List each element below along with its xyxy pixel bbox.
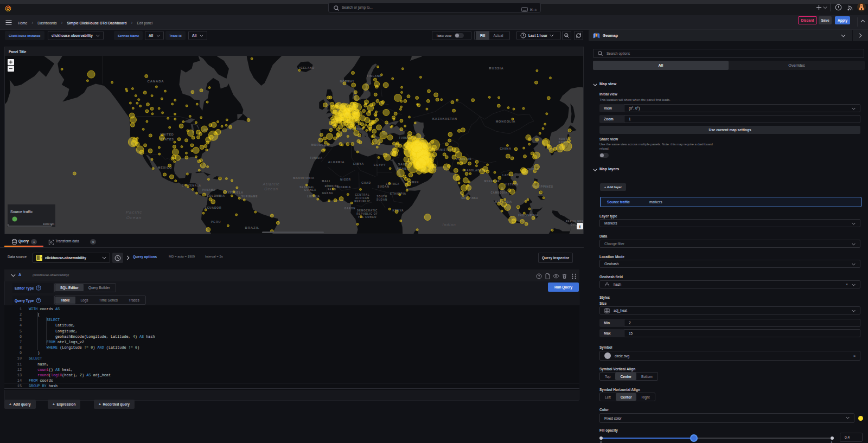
- svg-text:NORWAY: NORWAY: [340, 80, 355, 83]
- svg-text:Atlantic: Atlantic: [263, 182, 280, 186]
- svg-text:AFRICAN: AFRICAN: [355, 197, 369, 200]
- svg-text:Pacific: Pacific: [126, 210, 143, 215]
- svg-text:SOUTH: SOUTH: [376, 195, 387, 198]
- svg-text:ECUADOR: ECUADOR: [205, 206, 222, 209]
- svg-text:Ocean: Ocean: [264, 187, 278, 191]
- svg-text:CAMBODIA: CAMBODIA: [490, 191, 507, 194]
- svg-text:MALI: MALI: [322, 179, 330, 183]
- svg-text:BRAZIL: BRAZIL: [245, 226, 260, 229]
- svg-text:ERITREA: ERITREA: [386, 183, 399, 185]
- svg-text:MYANMAR: MYANMAR: [484, 180, 500, 183]
- svg-text:SURINAME: SURINAME: [241, 195, 258, 198]
- svg-text:GABON: GABON: [344, 207, 356, 210]
- svg-text:Ocean: Ocean: [126, 215, 142, 220]
- svg-text:GHANA: GHANA: [322, 192, 334, 195]
- svg-text:COLOMBIA: COLOMBIA: [207, 194, 225, 197]
- svg-text:KAZAKHSTAN: KAZAKHSTAN: [432, 117, 457, 120]
- svg-text:PANAMA: PANAMA: [202, 189, 215, 191]
- svg-text:Source traffic: Source traffic: [10, 210, 33, 214]
- svg-text:VIETNAM: VIETNAM: [505, 183, 519, 186]
- svg-text:LIBYA: LIBYA: [353, 162, 364, 165]
- svg-text:SRI LANKA: SRI LANKA: [461, 197, 478, 200]
- svg-text:RUSSIA: RUSSIA: [489, 67, 503, 70]
- svg-text:MAURITANIA: MAURITANIA: [293, 176, 314, 179]
- svg-text:FINLAND: FINLAND: [367, 74, 382, 78]
- svg-text:CANADA: CANADA: [148, 80, 164, 83]
- svg-text:DEMOCRATIC: DEMOCRATIC: [357, 209, 378, 212]
- svg-text:CENTRAL: CENTRAL: [355, 194, 369, 196]
- svg-text:CHAD: CHAD: [361, 181, 371, 184]
- svg-text:NIGER: NIGER: [340, 178, 351, 181]
- svg-text:TUNISIA: TUNISIA: [310, 157, 323, 159]
- svg-text:REPUBLIC OF: REPUBLIC OF: [356, 213, 378, 215]
- svg-text:GUINEA: GUINEA: [304, 189, 316, 191]
- svg-text:REPUBLIC: REPUBLIC: [354, 200, 370, 203]
- svg-text:Indian: Indian: [442, 223, 456, 227]
- svg-text:ETHIOPIA: ETHIOPIA: [390, 192, 406, 195]
- svg-text:PAPUA NEW: PAPUA NEW: [566, 220, 583, 223]
- svg-text:INDONESIA: INDONESIA: [518, 214, 539, 217]
- svg-text:EGYPT: EGYPT: [374, 163, 386, 166]
- svg-text:1000 km: 1000 km: [43, 222, 55, 226]
- svg-text:PERU: PERU: [211, 220, 221, 223]
- svg-text:NIGERIA: NIGERIA: [337, 185, 351, 189]
- svg-text:SUDAN: SUDAN: [376, 198, 387, 201]
- svg-text:ICELAND: ICELAND: [299, 66, 315, 69]
- svg-text:ALGERIA: ALGERIA: [328, 160, 344, 164]
- svg-text:CHINA: CHINA: [500, 147, 511, 150]
